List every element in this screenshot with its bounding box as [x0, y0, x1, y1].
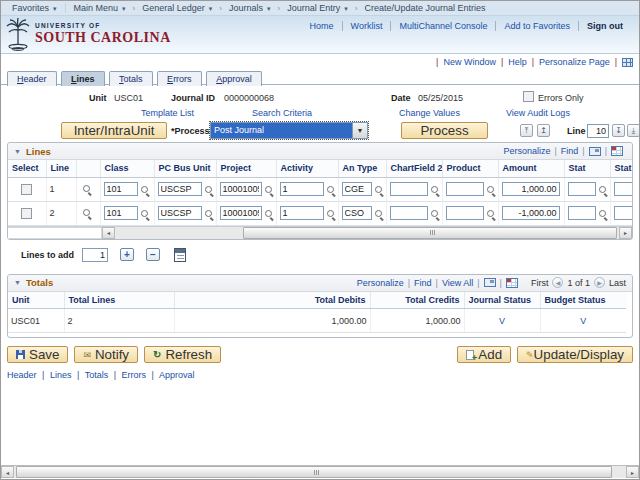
new-window-link[interactable]: New Window — [443, 57, 496, 67]
row2-amount-input[interactable] — [502, 206, 560, 220]
journal-status-link[interactable]: V — [499, 316, 505, 326]
row2-project-input[interactable] — [220, 206, 262, 220]
footer-header-link[interactable]: Header — [7, 370, 37, 380]
footer-lines-link[interactable]: Lines — [50, 370, 72, 380]
breadcrumb-main-menu[interactable]: Main Menu — [68, 3, 132, 13]
change-values-link[interactable]: Change Values — [399, 108, 460, 118]
page-horizontal-scrollbar[interactable]: ◂ ▸ — [1, 465, 639, 478]
worklist-link[interactable]: Worklist — [343, 21, 391, 31]
tab-lines[interactable]: Lines — [61, 71, 105, 86]
row2-stat-amt-input[interactable] — [614, 206, 633, 220]
product-lookup-icon[interactable] — [486, 184, 497, 196]
activity-lookup-icon[interactable] — [326, 208, 337, 220]
dropdown-arrow-icon[interactable]: ▼ — [352, 123, 367, 138]
download-to-excel-icon[interactable] — [611, 146, 623, 156]
row1-stat-amt-input[interactable] — [614, 182, 633, 196]
template-list-link[interactable]: Template List — [141, 108, 194, 118]
zoom-popup-icon[interactable] — [589, 147, 601, 156]
row1-an-type-input[interactable] — [342, 182, 372, 196]
project-lookup-icon[interactable] — [264, 184, 275, 196]
zoom-popup-icon[interactable] — [484, 278, 496, 287]
row1-stat-input[interactable] — [568, 182, 596, 196]
pager-last-label[interactable]: Last — [609, 278, 626, 288]
project-lookup-icon[interactable] — [264, 208, 275, 220]
stat-lookup-icon[interactable] — [598, 208, 609, 220]
layout-grid-icon[interactable] — [622, 58, 633, 67]
sign-out-link[interactable]: Sign out — [579, 21, 631, 31]
activity-lookup-icon[interactable] — [326, 184, 337, 196]
an-type-lookup-icon[interactable] — [374, 184, 385, 196]
pager-previous-icon[interactable]: ◀ — [552, 277, 563, 288]
notify-button[interactable]: ✉Notify — [74, 346, 138, 363]
footer-errors-link[interactable]: Errors — [122, 370, 147, 380]
row1-project-input[interactable] — [220, 182, 262, 196]
row2-pc-bus-unit-input[interactable] — [158, 206, 202, 220]
tab-errors[interactable]: Errors — [157, 71, 202, 86]
collapse-triangle-icon[interactable]: ▼ — [14, 148, 21, 155]
lines-to-add-input[interactable] — [82, 248, 108, 262]
next-line-icon[interactable]: ↧ — [612, 124, 625, 137]
chartfield2-lookup-icon[interactable] — [430, 184, 441, 196]
row2-stat-input[interactable] — [568, 206, 596, 220]
speedtype-lookup-icon[interactable] — [82, 207, 93, 219]
add-to-favorites-link[interactable]: Add to Favorites — [496, 21, 578, 31]
row1-pc-bus-unit-input[interactable] — [158, 182, 202, 196]
go-to-top-line-icon[interactable]: ⤒ — [520, 124, 533, 137]
totals-personalize-link[interactable]: Personalize — [357, 278, 404, 288]
footer-approval-link[interactable]: Approval — [159, 370, 195, 380]
breadcrumb-journal-entry[interactable]: Journal Entry — [281, 3, 354, 13]
breadcrumb-journals[interactable]: Journals — [223, 3, 277, 13]
errors-only-checkbox[interactable] — [523, 91, 534, 102]
pager-first-label[interactable]: First — [531, 278, 549, 288]
scroll-track[interactable] — [14, 466, 626, 478]
view-audit-logs-link[interactable]: View Audit Logs — [506, 108, 570, 118]
footer-totals-link[interactable]: Totals — [85, 370, 109, 380]
totals-view-all-link[interactable]: View All — [442, 278, 473, 288]
refresh-button[interactable]: ↻Refresh — [144, 346, 221, 363]
tab-approval[interactable]: Approval — [206, 71, 262, 86]
row1-chartfield2-input[interactable] — [390, 182, 428, 196]
row2-product-input[interactable] — [446, 206, 484, 220]
pc-bus-unit-lookup-icon[interactable] — [204, 208, 215, 220]
delete-lines-minus-button[interactable]: − — [146, 248, 160, 261]
collapse-triangle-icon[interactable]: ▼ — [14, 279, 21, 286]
class-lookup-icon[interactable] — [140, 208, 151, 220]
lines-find-link[interactable]: Find — [561, 146, 579, 156]
scroll-left-arrow-icon[interactable]: ◂ — [1, 466, 14, 478]
add-lines-plus-button[interactable]: + — [120, 248, 134, 261]
pc-bus-unit-lookup-icon[interactable] — [204, 184, 215, 196]
tab-totals[interactable]: Totals — [109, 71, 153, 86]
home-link[interactable]: Home — [302, 21, 342, 31]
row2-select-checkbox[interactable] — [21, 208, 32, 219]
horizontal-scrollbar[interactable]: ◂ ▸ — [102, 227, 632, 239]
go-to-last-line-icon[interactable]: ⤓ — [627, 124, 640, 137]
row2-chartfield2-input[interactable] — [390, 206, 428, 220]
add-button[interactable]: Add — [457, 346, 511, 363]
breadcrumb-general-ledger[interactable]: General Ledger — [136, 3, 218, 13]
row1-class-input[interactable] — [104, 182, 138, 196]
speedtype-lookup-icon[interactable] — [82, 183, 93, 195]
breadcrumb-favorites[interactable]: Favorites — [6, 3, 63, 13]
an-type-lookup-icon[interactable] — [374, 208, 385, 220]
personalize-page-link[interactable]: Personalize Page — [539, 57, 610, 67]
row1-amount-input[interactable] — [502, 182, 560, 196]
row2-class-input[interactable] — [104, 206, 138, 220]
chartfield2-lookup-icon[interactable] — [430, 208, 441, 220]
totals-find-link[interactable]: Find — [414, 278, 432, 288]
row1-activity-input[interactable] — [280, 182, 324, 196]
process-button[interactable]: Process — [401, 122, 488, 139]
previous-line-icon[interactable]: ↥ — [537, 124, 550, 137]
line-number-input[interactable] — [587, 124, 609, 138]
scroll-left-arrow-icon[interactable]: ◂ — [102, 227, 115, 239]
process-select[interactable]: Post Journal ▼ — [210, 122, 368, 139]
row2-activity-input[interactable] — [280, 206, 324, 220]
update-display-button[interactable]: ✎Update/Display — [517, 346, 633, 363]
scroll-thumb[interactable] — [16, 466, 612, 478]
lines-personalize-link[interactable]: Personalize — [503, 146, 550, 156]
pager-next-icon[interactable]: ▶ — [594, 277, 605, 288]
save-button[interactable]: Save — [7, 346, 68, 363]
stat-lookup-icon[interactable] — [598, 184, 609, 196]
multichannel-console-link[interactable]: MultiChannel Console — [391, 21, 495, 31]
scroll-track[interactable] — [115, 227, 619, 239]
download-to-excel-icon[interactable] — [506, 278, 518, 288]
